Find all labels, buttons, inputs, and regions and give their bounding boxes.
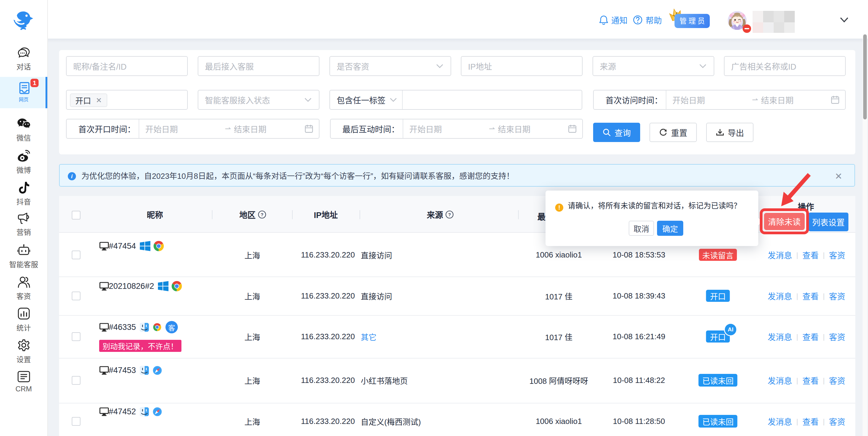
svg-text:?: ?: [261, 212, 264, 217]
svg-text:?: ?: [448, 212, 451, 217]
